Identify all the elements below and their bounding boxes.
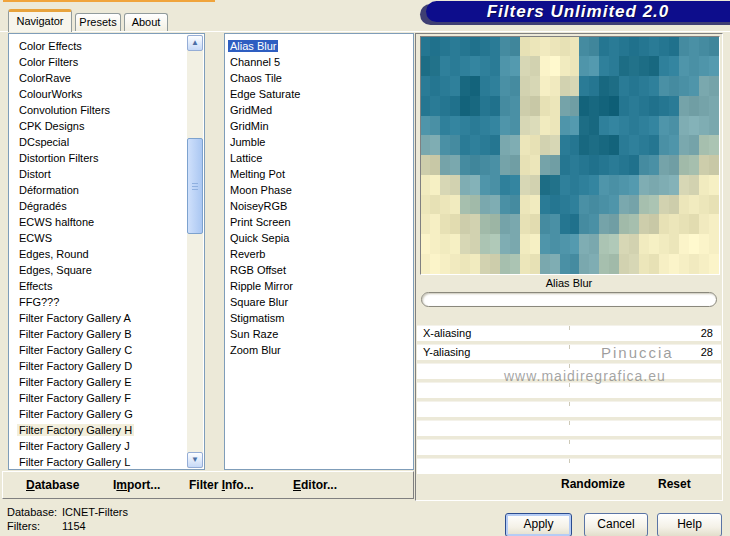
category-item-label: Filter Factory Gallery A	[17, 312, 133, 324]
filter-item-label: Edge Saturate	[228, 88, 302, 100]
tab-presets-label: Presets	[79, 16, 116, 28]
filter-info-button[interactable]: Filter Info...	[189, 478, 254, 492]
category-item-label: Distortion Filters	[17, 152, 100, 164]
scroll-up-icon[interactable]: ▲	[187, 35, 203, 51]
category-item[interactable]: Filter Factory Gallery G	[9, 406, 187, 422]
category-item[interactable]: Edges, Square	[9, 262, 187, 278]
filter-item[interactable]: Quick Sepia	[225, 230, 413, 246]
category-item[interactable]: Color Effects	[9, 38, 187, 54]
tab-presets[interactable]: Presets	[75, 13, 121, 32]
filter-item[interactable]: Moon Phase	[225, 182, 413, 198]
slider-label: Y-aliasing	[423, 345, 470, 360]
filter-item-label: Ripple Mirror	[228, 280, 295, 292]
category-item[interactable]: Effects	[9, 278, 187, 294]
category-item[interactable]: Edges, Round	[9, 246, 187, 262]
filter-item[interactable]: Zoom Blur	[225, 342, 413, 358]
filter-item[interactable]: Melting Pot	[225, 166, 413, 182]
tab-navigator[interactable]: Navigator	[8, 9, 72, 32]
category-item[interactable]: ECWS	[9, 230, 187, 246]
database-button[interactable]: Database	[26, 478, 79, 492]
category-item-label: Distort	[17, 168, 53, 180]
apply-button[interactable]: Apply	[505, 513, 572, 536]
category-scrollbar[interactable]: ▲ ▼	[187, 35, 203, 468]
help-button[interactable]: Help	[657, 513, 722, 536]
category-item[interactable]: Filter Factory Gallery B	[9, 326, 187, 342]
category-item[interactable]: Dégradés	[9, 198, 187, 214]
category-list-items: Color EffectsColor FiltersColorRaveColou…	[9, 34, 187, 469]
category-item-label: DCspecial	[17, 136, 71, 148]
category-item-label: Filter Factory Gallery J	[17, 440, 132, 452]
filter-item[interactable]: RGB Offset	[225, 262, 413, 278]
editor-button[interactable]: Editor...	[293, 478, 337, 492]
reset-button[interactable]: Reset	[658, 477, 691, 491]
slider-row-empty	[417, 439, 721, 455]
category-item[interactable]: Filter Factory Gallery J	[9, 438, 187, 454]
filter-item[interactable]: Chaos Tile	[225, 70, 413, 86]
category-item-label: Filter Factory Gallery G	[17, 408, 135, 420]
cancel-button[interactable]: Cancel	[584, 513, 648, 536]
filter-item[interactable]: Channel 5	[225, 54, 413, 70]
category-item-label: Filter Factory Gallery C	[17, 344, 134, 356]
category-item[interactable]: Filter Factory Gallery F	[9, 390, 187, 406]
category-item[interactable]: FFG???	[9, 294, 187, 310]
filter-item[interactable]: Alias Blur	[225, 38, 413, 54]
progress-bar	[421, 292, 717, 307]
slider-row-empty	[417, 420, 721, 436]
filter-item-label: Sun Raze	[228, 328, 280, 340]
filter-item[interactable]: Print Screen	[225, 214, 413, 230]
tab-about-label: About	[132, 16, 161, 28]
category-item-label: CPK Designs	[17, 120, 86, 132]
category-item[interactable]: CPK Designs	[9, 118, 187, 134]
category-item[interactable]: Filter Factory Gallery A	[9, 310, 187, 326]
category-item[interactable]: Filter Factory Gallery H	[9, 422, 187, 438]
category-item-label: Dégradés	[17, 200, 69, 212]
category-item-label: Filter Factory Gallery L	[17, 456, 132, 468]
category-item-label: ColorRave	[17, 72, 73, 84]
filter-item-label: Print Screen	[228, 216, 293, 228]
tab-page-edge	[0, 31, 730, 32]
slider-row[interactable]: Y-aliasing28	[417, 344, 721, 360]
category-item[interactable]: Distort	[9, 166, 187, 182]
filter-item[interactable]: GridMed	[225, 102, 413, 118]
filter-list-items: Alias BlurChannel 5Chaos TileEdge Satura…	[225, 34, 413, 469]
slider-row[interactable]: X-aliasing28	[417, 325, 721, 341]
filter-item[interactable]: Lattice	[225, 150, 413, 166]
filter-item[interactable]: Reverb	[225, 246, 413, 262]
category-item[interactable]: Filter Factory Gallery C	[9, 342, 187, 358]
category-item[interactable]: Convolution Filters	[9, 102, 187, 118]
filter-item-label: Channel 5	[228, 56, 282, 68]
filter-item[interactable]: Sun Raze	[225, 326, 413, 342]
filters-unlimited-dialog: Navigator Presets About Filters Unlimite…	[0, 0, 730, 536]
category-item[interactable]: ECWS halftone	[9, 214, 187, 230]
watermark-line2: www.maidiregrafica.eu	[504, 368, 666, 384]
filter-item-label: Reverb	[228, 248, 267, 260]
import-button[interactable]: Import...	[113, 478, 160, 492]
scrollbar-thumb[interactable]	[187, 138, 203, 234]
preview-image[interactable]	[421, 37, 719, 274]
tab-navigator-label: Navigator	[16, 15, 63, 27]
category-item[interactable]: Filter Factory Gallery D	[9, 358, 187, 374]
category-item[interactable]: Filter Factory Gallery E	[9, 374, 187, 390]
filter-item[interactable]: Square Blur	[225, 294, 413, 310]
scroll-down-icon[interactable]: ▼	[187, 452, 203, 468]
randomize-button[interactable]: Randomize	[561, 477, 625, 491]
category-item[interactable]: ColourWorks	[9, 86, 187, 102]
filter-item[interactable]: NoiseyRGB	[225, 198, 413, 214]
filter-item-label: Square Blur	[228, 296, 290, 308]
category-item[interactable]: DCspecial	[9, 134, 187, 150]
category-item[interactable]: ColorRave	[9, 70, 187, 86]
tab-about[interactable]: About	[124, 13, 168, 32]
filter-item[interactable]: Edge Saturate	[225, 86, 413, 102]
status-database-value: ICNET-Filters	[62, 506, 128, 518]
filter-item[interactable]: Jumble	[225, 134, 413, 150]
category-item-label: Filter Factory Gallery F	[17, 392, 133, 404]
category-item[interactable]: Color Filters	[9, 54, 187, 70]
category-item-label: Déformation	[17, 184, 81, 196]
category-item[interactable]: Distortion Filters	[9, 150, 187, 166]
status-filters-label: Filters:	[7, 520, 40, 532]
category-item[interactable]: Déformation	[9, 182, 187, 198]
filter-item[interactable]: GridMin	[225, 118, 413, 134]
filter-item[interactable]: Stigmatism	[225, 310, 413, 326]
category-item[interactable]: Filter Factory Gallery L	[9, 454, 187, 469]
filter-item[interactable]: Ripple Mirror	[225, 278, 413, 294]
